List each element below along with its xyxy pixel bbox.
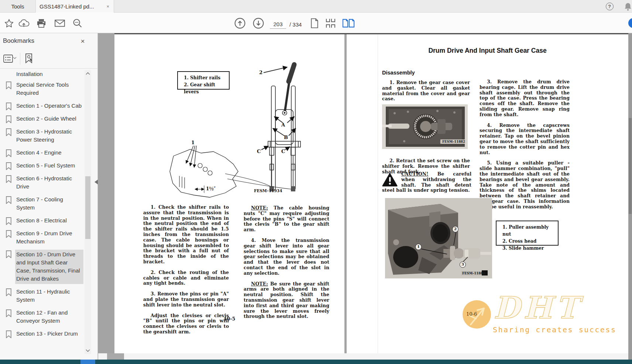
page-left: 1. Shifter rails 2. Gear shift levers 2 … <box>114 34 344 353</box>
photo-callout-3: 3 <box>460 261 466 268</box>
bookmark-icon <box>6 162 12 170</box>
expand-current-bookmark-button[interactable] <box>23 52 35 65</box>
bookmark-item[interactable]: Section 12 - Fan and Conveyor System <box>0 309 84 325</box>
page-right: Drum Drive And Input Shaft Gear Case Dis… <box>347 34 628 353</box>
watermark-tagline: Sharing creates success <box>493 325 616 334</box>
right-page-column-1: 1. Remove the gear case cover and gasket… <box>382 80 470 107</box>
callout-1: 1 <box>191 140 195 145</box>
bookmark-icon <box>6 115 12 123</box>
photo-callout-2: 2 <box>452 226 458 232</box>
bookmark-item[interactable]: Section 6 - Hydrostatic Drive <box>0 174 84 191</box>
print-button[interactable] <box>35 17 48 29</box>
help-icon: ? <box>606 3 614 10</box>
manual-paragraph: 4. Move the transmission gear shift leve… <box>244 238 329 276</box>
note-label: NOTE: <box>251 205 268 211</box>
bookmark-item[interactable]: Section 1 - Operator's Cab <box>0 102 84 110</box>
search-button[interactable] <box>71 17 84 29</box>
horizontal-scrollbar-thumb[interactable] <box>107 353 124 360</box>
two-page-view-icon <box>342 18 355 28</box>
toolbar-divider <box>20 53 20 65</box>
bookmark-item[interactable]: Special Service Tools Required <box>0 81 84 97</box>
bookmark-icon <box>6 128 12 136</box>
legend-line: 2. Cross head <box>502 238 556 245</box>
manual-paragraph: 3. Remove the pins or pin "A" and plate … <box>143 291 229 308</box>
cloud-upload-icon <box>18 18 30 28</box>
page-total-label: / 334 <box>289 21 302 28</box>
bookmark-icon <box>6 175 12 183</box>
taskbar-strip <box>0 360 632 364</box>
bookmark-item[interactable]: Section 3 - Hydrostatic Power Steering <box>0 128 84 144</box>
bookmark-item[interactable]: Section 5 - Fuel System <box>0 162 84 170</box>
bookmark-icon <box>6 217 12 225</box>
bookmark-item[interactable]: Section 9 - Drum Drive Mechanism <box>0 229 84 246</box>
vertical-scrollbar-thumb[interactable] <box>629 118 632 214</box>
bookmark-item[interactable]: Section 4 - Engine <box>0 149 84 157</box>
single-page-view-button[interactable] <box>308 17 321 29</box>
document-vertical-scrollbar[interactable] <box>628 33 632 360</box>
bookmark-item[interactable]: Section 13 - Picker Drum <box>0 330 84 338</box>
page-title: Drum Drive And Input Shaft Gear Case <box>347 47 628 55</box>
section-heading: Disassembly <box>382 70 415 76</box>
left-page-column-2: NOTE: The cable housing nuts "C" may req… <box>244 205 329 325</box>
close-panel-icon[interactable]: × <box>78 37 87 46</box>
photo-caption: FESM–11884 <box>462 271 485 275</box>
figure-caption: FESM–11934 <box>254 188 282 193</box>
watermark-brand: DHT <box>494 292 582 323</box>
page-gutter-shadow <box>378 34 378 353</box>
close-tab-icon[interactable]: × <box>106 4 110 9</box>
bookmarks-toolbar <box>0 51 97 67</box>
arrow-up-circle-icon <box>234 17 246 29</box>
tab-bar: Tools GSS1487-Linked pd... × ? <box>0 0 632 13</box>
gear-case-photo: FESM–11882 <box>382 104 468 149</box>
share-upload-button[interactable] <box>17 17 30 29</box>
bookmarks-scrollbar[interactable] <box>85 70 91 354</box>
note-label: NOTE: <box>251 281 268 287</box>
bookmark-item-selected[interactable]: Section 10 - Drum Drive and Input Shaft … <box>0 250 84 284</box>
organize-pages-view-button[interactable] <box>324 17 337 29</box>
taskbar-accent <box>80 360 95 364</box>
document-horizontal-scrollbar[interactable] <box>98 353 632 360</box>
printer-icon <box>36 18 47 28</box>
envelope-icon <box>54 19 65 28</box>
legend-line: 3. Slide hammer <box>502 245 556 252</box>
watermark-circle: 10-6 <box>463 300 491 329</box>
bookmark-icon <box>6 309 12 317</box>
bell-icon <box>623 2 632 11</box>
bookmark-item[interactable]: Section 2 - Guide Wheel <box>0 115 84 123</box>
manual-paragraph: 3. Remove the drum drive bearing cage. L… <box>480 79 570 118</box>
two-page-view-button[interactable] <box>342 17 355 29</box>
bookmarks-header: Bookmarks × <box>0 33 97 49</box>
page-number-input[interactable] <box>270 20 286 29</box>
panel-divider <box>0 68 97 69</box>
bookmark-item[interactable]: Section 7 - Cooling System <box>0 195 84 212</box>
page-number: 10-6 <box>466 311 477 317</box>
manual-paragraph: 1. Remove the gear case cover and gasket… <box>382 80 470 102</box>
scroll-up-icon[interactable] <box>85 70 91 77</box>
label-a: A <box>281 122 285 128</box>
email-button[interactable] <box>53 17 66 29</box>
note-paragraph: NOTE: Be sure the gear shift arms are bo… <box>244 281 329 320</box>
legend-line: 1. Shifter rails <box>184 74 227 82</box>
bookmark-item[interactable]: Section 8 - Electrical <box>0 216 84 225</box>
bookmark-item[interactable]: Section 11 - Hydraulic System <box>0 288 84 304</box>
label-b: B <box>284 135 288 140</box>
tab-tools[interactable]: Tools <box>0 0 36 13</box>
tab-document[interactable]: GSS1487-Linked pd... × <box>36 0 114 13</box>
search-icon <box>72 18 83 28</box>
scroll-down-icon[interactable] <box>85 347 91 354</box>
favorites-button[interactable] <box>2 17 16 29</box>
bookmark-item[interactable]: Installation <box>0 70 84 78</box>
note-text: Be sure the gear shift arms are both ali… <box>244 281 329 319</box>
scrollbar-thumb[interactable] <box>85 176 90 239</box>
puller-photo-wrap: FESM–11884 2 1 3 <box>385 198 492 278</box>
figure-legend: 1. Shifter rails 2. Gear shift levers <box>177 71 230 90</box>
notifications-button[interactable] <box>623 2 632 11</box>
help-button[interactable]: ? <box>605 2 614 11</box>
previous-page-button[interactable] <box>233 17 247 29</box>
next-page-button[interactable] <box>252 17 265 29</box>
legend-line: 1. Puller assembly nut <box>502 224 556 238</box>
bookmark-icon <box>6 288 12 296</box>
user-avatar[interactable] <box>628 18 632 28</box>
right-page-column-2: 3. Remove the drum drive bearing cage. L… <box>480 79 570 215</box>
bookmark-options-button[interactable] <box>3 53 17 64</box>
